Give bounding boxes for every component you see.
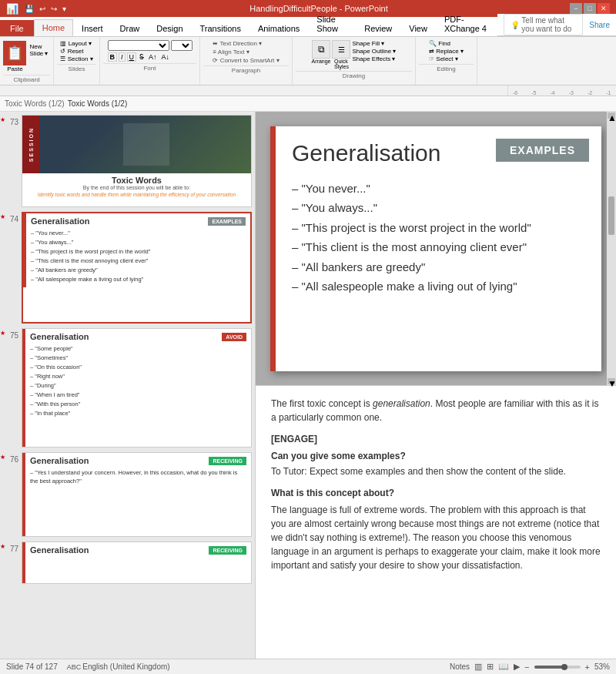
layout-button[interactable]: ▥ Layout ▾ bbox=[60, 40, 92, 47]
quick-access-toolbar: 💾 ↩ ↪ ▾ bbox=[23, 5, 68, 13]
tab-draw[interactable]: Draw bbox=[112, 20, 149, 36]
align-text-button[interactable]: ≡ Align Text ▾ bbox=[213, 49, 249, 55]
ribbon-group-drawing: ⧉ Arrange ☰ QuickStyles Shape Fill ▾ Sha… bbox=[293, 37, 416, 85]
main-slide-canvas[interactable]: EXAMPLES Generalisation – "You never..."… bbox=[270, 126, 601, 371]
slide-74-header: Generalisation bbox=[31, 216, 89, 226]
new-slide-button[interactable]: NewSlide ▾ bbox=[28, 42, 49, 58]
breadcrumb-text: Toxic Words (1/2) bbox=[5, 99, 65, 108]
notes-toggle[interactable]: Notes bbox=[450, 662, 470, 671]
slide-thumbnail-74[interactable]: Generalisation EXAMPLES – "You never..."… bbox=[22, 212, 252, 324]
slide-number-74: ★ 74 bbox=[3, 212, 18, 223]
slide-76-header: Generalisation bbox=[30, 456, 89, 465]
star-icon-74: ★ bbox=[0, 213, 5, 220]
ruler-tick: -2 bbox=[588, 90, 592, 96]
maximize-button[interactable]: □ bbox=[584, 3, 596, 14]
tab-review[interactable]: Review bbox=[356, 20, 400, 36]
tab-slideshow[interactable]: Slide Show bbox=[308, 11, 356, 36]
notes-area[interactable]: The first toxic concept is generalisatio… bbox=[256, 385, 616, 659]
status-left: Slide 74 of 127 ABC English (United King… bbox=[6, 662, 170, 671]
slide-thumbnail-75[interactable]: Generalisation AVOID – "Some people" – "… bbox=[22, 328, 252, 448]
app-window: 📊 💾 ↩ ↪ ▾ HandlingDifficultPeople - Powe… bbox=[0, 0, 616, 674]
minimize-button[interactable]: − bbox=[570, 3, 582, 14]
tab-home[interactable]: Home bbox=[34, 19, 73, 36]
app-icon: 📊 bbox=[6, 3, 18, 15]
main-slide-bullets: – "You never..." – "You always..." – "Th… bbox=[292, 179, 584, 297]
text-direction-button[interactable]: ⬌ Text Direction ▾ bbox=[213, 40, 262, 47]
view-slideshow-button[interactable]: ▶ bbox=[514, 662, 520, 672]
convert-smartart-button[interactable]: ⟳ Convert to SmartArt ▾ bbox=[213, 57, 279, 64]
slide-vertical-scrollbar[interactable]: ▲ ▼ bbox=[607, 112, 616, 385]
arrange-button[interactable]: ⧉ Arrange bbox=[312, 40, 331, 64]
slide-75-header: Generalisation bbox=[30, 332, 89, 341]
slide-thumb-container-76: ★ 76 Generalisation RECEIVING – "Yes I u… bbox=[3, 452, 252, 537]
tab-animations[interactable]: Animations bbox=[249, 20, 308, 36]
fontsize-decrease-button[interactable]: A↓ bbox=[160, 53, 172, 61]
shape-outline-button[interactable]: Shape Outline ▾ bbox=[352, 48, 396, 55]
reset-button[interactable]: ↺ Reset bbox=[60, 48, 92, 55]
view-reading-button[interactable]: 📖 bbox=[498, 662, 509, 672]
zoom-handle[interactable] bbox=[561, 664, 567, 670]
undo-icon[interactable]: ↩ bbox=[38, 5, 47, 13]
slide-number-77: ★ 77 bbox=[3, 542, 18, 553]
share-button[interactable]: Share bbox=[589, 21, 610, 29]
slide-77-header: Generalisation bbox=[30, 545, 89, 555]
ruler-tick: -4 bbox=[550, 90, 554, 96]
shape-effects-button[interactable]: Shape Effects ▾ bbox=[352, 55, 396, 62]
zoom-decrease-button[interactable]: − bbox=[524, 662, 529, 672]
slide-panel[interactable]: ★ 73 SESSION Toxic Words By the en bbox=[0, 112, 256, 659]
zoom-increase-button[interactable]: + bbox=[585, 662, 590, 672]
ribbon-group-clipboard: 📋 Paste NewSlide ▾ Clipboard bbox=[0, 37, 54, 85]
find-button[interactable]: 🔍 Find bbox=[429, 40, 464, 47]
scroll-thumb[interactable] bbox=[608, 196, 614, 235]
tab-insert[interactable]: Insert bbox=[73, 20, 112, 36]
view-slidesorter-button[interactable]: ⊞ bbox=[487, 662, 494, 672]
slide-76-badge: RECEIVING bbox=[209, 457, 246, 465]
slide-thumbnail-76[interactable]: Generalisation RECEIVING – "Yes I unders… bbox=[22, 452, 252, 537]
tab-file[interactable]: File bbox=[0, 20, 34, 36]
notes-paragraph-5: What is this concept about? bbox=[271, 486, 601, 500]
section-button[interactable]: ☰ Section ▾ bbox=[60, 55, 92, 62]
notes-paragraph-1: The first toxic concept is generalisatio… bbox=[271, 397, 601, 424]
scroll-down-button[interactable]: ▼ bbox=[608, 378, 615, 384]
ribbon-group-font: B I U S̶ A↑ A↓ Font bbox=[100, 37, 200, 85]
font-family-select[interactable] bbox=[108, 40, 169, 51]
fontsize-increase-button[interactable]: A↑ bbox=[147, 53, 159, 61]
close-button[interactable]: ✕ bbox=[598, 3, 610, 14]
notes-question: Can you give some examples? bbox=[271, 451, 406, 461]
ribbon-group-paragraph: ⬌ Text Direction ▾ ≡ Align Text ▾ ⟳ Conv… bbox=[200, 37, 293, 85]
scroll-up-button[interactable]: ▲ bbox=[608, 112, 615, 119]
save-icon[interactable]: 💾 bbox=[23, 5, 35, 13]
lightbulb-icon: 💡 bbox=[511, 21, 520, 29]
quick-styles-button[interactable]: ☰ QuickStyles bbox=[332, 40, 350, 69]
view-normal-button[interactable]: ▥ bbox=[474, 662, 482, 672]
slide-thumbnail-77[interactable]: Generalisation RECEIVING bbox=[22, 542, 252, 584]
zoom-level[interactable]: 53% bbox=[594, 662, 610, 671]
bold-button[interactable]: B bbox=[108, 52, 118, 62]
ruler-tick: -6 bbox=[513, 90, 517, 96]
notes-italic-1: generalisation bbox=[373, 398, 430, 409]
tab-design[interactable]: Design bbox=[148, 20, 191, 36]
slide-view-area: EXAMPLES Generalisation – "You never..."… bbox=[256, 112, 616, 659]
customize-icon[interactable]: ▾ bbox=[61, 5, 68, 13]
strikethrough-button[interactable]: S̶ bbox=[138, 53, 146, 61]
main-area: ★ 73 SESSION Toxic Words By the en bbox=[0, 112, 616, 659]
slide-thumbnail-73[interactable]: SESSION Toxic Words By the end of this s… bbox=[22, 115, 252, 207]
zoom-slider[interactable] bbox=[534, 666, 581, 669]
underline-button[interactable]: U bbox=[127, 52, 137, 62]
font-size-select[interactable] bbox=[171, 40, 192, 51]
select-button[interactable]: ☞ Select ▾ bbox=[429, 55, 464, 62]
slide-73-title: Toxic Words bbox=[27, 176, 246, 185]
italic-button[interactable]: I bbox=[119, 52, 126, 62]
replace-button[interactable]: ⇄ Replace ▾ bbox=[429, 48, 464, 55]
redo-icon[interactable]: ↪ bbox=[49, 5, 59, 13]
shape-fill-button[interactable]: Shape Fill ▾ bbox=[352, 40, 396, 47]
tab-view[interactable]: View bbox=[400, 20, 436, 36]
ribbon-content: 📋 Paste NewSlide ▾ Clipboard ▥ Layout ▾ … bbox=[0, 37, 616, 85]
tell-me-input[interactable]: 💡 Tell me what you want to do bbox=[504, 14, 583, 35]
slide-thumb-container-74: ★ 74 Generalisation EXAMPLES – "You neve… bbox=[3, 212, 252, 324]
tab-pdfxchange[interactable]: PDF-XChange 4 bbox=[436, 11, 497, 36]
ruler-tick: -3 bbox=[569, 90, 574, 96]
paste-button[interactable]: 📋 Paste bbox=[3, 41, 26, 72]
title-bar-left: 📊 💾 ↩ ↪ ▾ bbox=[6, 3, 68, 15]
tab-transitions[interactable]: Transitions bbox=[192, 20, 249, 36]
